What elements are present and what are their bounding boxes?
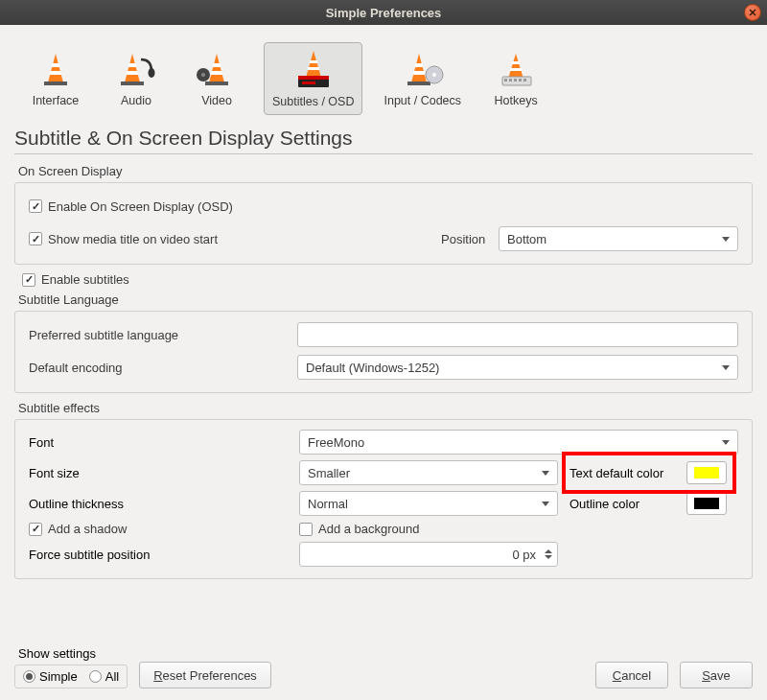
pref-lang-label: Preferred subtitle language xyxy=(29,328,288,342)
cone-keyboard-icon xyxy=(495,48,537,90)
svg-rect-29 xyxy=(510,68,522,71)
checkbox-icon xyxy=(299,523,313,536)
svg-rect-31 xyxy=(504,79,507,82)
shadow-checkbox[interactable]: Add a shadow xyxy=(29,522,288,536)
save-button[interactable]: Save xyxy=(680,662,753,688)
outline-color-button[interactable] xyxy=(686,492,727,515)
svg-marker-15 xyxy=(306,51,321,78)
osd-section-label: On Screen Display xyxy=(18,164,753,178)
encoding-label: Default encoding xyxy=(29,361,288,375)
svg-marker-0 xyxy=(48,54,63,82)
position-label: Position xyxy=(441,232,489,246)
chevron-down-icon xyxy=(542,502,549,506)
footer: Show settings Simple All Reset Preferenc… xyxy=(14,646,753,688)
cone-headphones-icon xyxy=(115,48,157,90)
spin-down-icon[interactable] xyxy=(545,555,552,559)
svg-rect-19 xyxy=(298,76,329,80)
tab-video[interactable]: Video xyxy=(183,42,250,115)
text-color-button[interactable] xyxy=(686,461,727,484)
checkbox-icon xyxy=(29,523,42,536)
checkbox-icon xyxy=(29,232,42,245)
close-button[interactable] xyxy=(744,4,761,21)
tab-hotkeys[interactable]: Hotkeys xyxy=(482,42,549,115)
svg-rect-11 xyxy=(211,71,222,75)
all-radio[interactable]: All xyxy=(89,669,119,684)
svg-rect-22 xyxy=(415,63,423,67)
fontsize-label: Font size xyxy=(29,466,288,480)
enable-subtitles-checkbox[interactable]: Enable subtitles xyxy=(22,272,753,287)
outline-thickness-combobox[interactable]: Normal xyxy=(299,491,558,516)
svg-rect-23 xyxy=(413,71,425,75)
svg-rect-16 xyxy=(310,60,317,63)
position-combobox[interactable]: Bottom xyxy=(499,226,738,251)
svg-point-14 xyxy=(201,73,205,77)
svg-rect-24 xyxy=(407,82,430,85)
simple-radio[interactable]: Simple xyxy=(23,669,78,684)
checkbox-icon xyxy=(29,199,42,213)
svg-rect-33 xyxy=(514,79,517,82)
reset-button[interactable]: Reset Preferences xyxy=(139,662,271,688)
svg-rect-35 xyxy=(523,79,526,82)
svg-rect-6 xyxy=(127,71,138,75)
fontsize-combobox[interactable]: Smaller xyxy=(299,460,558,485)
titlebar: Simple Preferences xyxy=(0,0,767,25)
chevron-down-icon xyxy=(722,440,730,445)
tab-codecs[interactable]: Input / Codecs xyxy=(376,42,469,115)
svg-rect-3 xyxy=(44,82,67,85)
text-color-label: Text default color xyxy=(569,466,675,480)
svg-rect-1 xyxy=(52,63,59,67)
subtitle-language-group: Preferred subtitle language Default enco… xyxy=(14,311,753,393)
svg-rect-34 xyxy=(519,79,522,82)
background-checkbox[interactable]: Add a background xyxy=(299,522,738,536)
cone-film-icon xyxy=(196,48,238,90)
svg-rect-17 xyxy=(308,67,319,70)
cone-disc-icon xyxy=(402,48,444,90)
outline-color-label: Outline color xyxy=(569,497,675,511)
category-tabs: Interface Audio Video Subtitles / OSD In… xyxy=(14,35,753,119)
subtitle-language-section-label: Subtitle Language xyxy=(18,292,753,307)
svg-rect-10 xyxy=(213,63,221,67)
subtitle-effects-section-label: Subtitle effects xyxy=(18,401,753,415)
osd-group: Enable On Screen Display (OSD) Show medi… xyxy=(14,182,753,265)
svg-marker-27 xyxy=(508,54,523,79)
color-swatch-icon xyxy=(694,498,719,509)
encoding-combobox[interactable]: Default (Windows-1252) xyxy=(297,355,738,380)
svg-rect-2 xyxy=(50,71,61,75)
tab-audio[interactable]: Audio xyxy=(103,42,170,115)
force-pos-label: Force subtitle position xyxy=(29,548,288,562)
checkbox-icon xyxy=(22,273,35,287)
svg-marker-21 xyxy=(411,54,427,82)
tab-interface[interactable]: Interface xyxy=(22,42,89,115)
svg-rect-12 xyxy=(205,82,228,85)
chevron-down-icon xyxy=(722,365,730,370)
force-pos-spinbox[interactable]: 0 px xyxy=(299,542,558,567)
radio-icon xyxy=(23,670,35,683)
window-title: Simple Preferences xyxy=(326,6,442,20)
cone-icon xyxy=(35,48,77,90)
svg-rect-7 xyxy=(121,82,144,85)
svg-rect-32 xyxy=(509,79,512,82)
svg-point-8 xyxy=(149,68,155,78)
subtitle-effects-group: Font FreeMono Font size Smaller Text def… xyxy=(14,419,753,579)
show-media-title-checkbox[interactable]: Show media title on video start xyxy=(29,232,431,246)
tab-subtitles[interactable]: Subtitles / OSD xyxy=(264,42,362,115)
svg-rect-20 xyxy=(302,82,315,84)
cancel-button[interactable]: Cancel xyxy=(595,662,668,688)
chevron-down-icon xyxy=(722,237,730,242)
color-swatch-icon xyxy=(694,467,719,478)
enable-osd-checkbox[interactable]: Enable On Screen Display (OSD) xyxy=(29,199,233,214)
spin-up-icon[interactable] xyxy=(545,549,552,553)
svg-rect-5 xyxy=(128,63,136,67)
chevron-down-icon xyxy=(542,471,549,476)
svg-point-26 xyxy=(432,73,436,77)
close-icon xyxy=(749,9,756,16)
font-combobox[interactable]: FreeMono xyxy=(299,430,738,455)
cone-clapper-icon xyxy=(292,49,335,91)
divider xyxy=(14,153,753,154)
page-title: Subtitle & On Screen Display Settings xyxy=(14,127,753,150)
radio-icon xyxy=(89,670,102,683)
outline-thickness-label: Outline thickness xyxy=(29,497,288,511)
show-settings-label: Show settings xyxy=(18,646,128,661)
pref-lang-input[interactable] xyxy=(297,322,738,347)
svg-rect-28 xyxy=(512,61,520,64)
